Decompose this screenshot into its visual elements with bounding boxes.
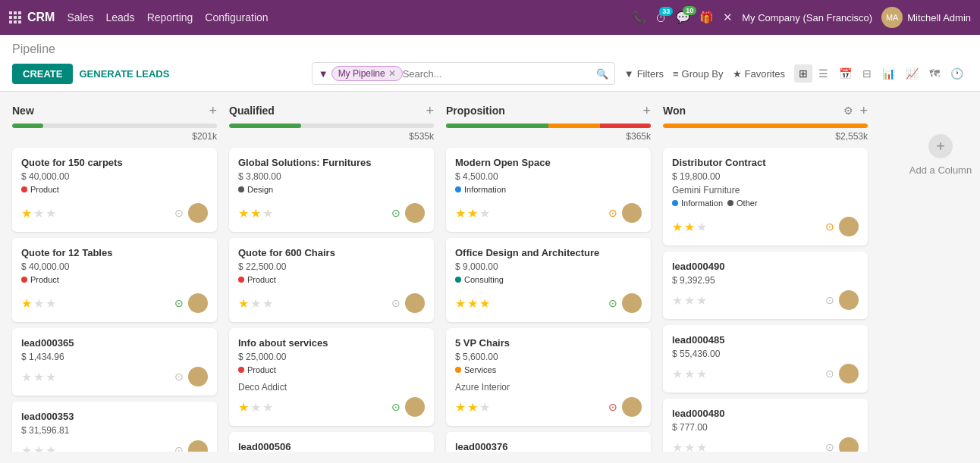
card-stars[interactable]: ★★★ bbox=[21, 206, 56, 221]
card-clock-icon[interactable]: ⊙ bbox=[825, 294, 834, 306]
search-input[interactable] bbox=[403, 68, 596, 80]
star[interactable]: ★ bbox=[21, 206, 32, 221]
map-view-icon[interactable]: 🗺 bbox=[925, 64, 944, 83]
filters-button[interactable]: ▼ Filters bbox=[624, 68, 664, 80]
menu-sales[interactable]: Sales bbox=[67, 11, 93, 23]
kanban-card[interactable]: lead000480$ 777.00★★★⊙ bbox=[663, 399, 868, 452]
menu-configuration[interactable]: Configuration bbox=[205, 11, 268, 23]
clock-icon[interactable]: ⏱ 33 bbox=[655, 11, 667, 24]
filter-tag-my-pipeline[interactable]: My Pipeline ✕ bbox=[331, 66, 403, 81]
star[interactable]: ★ bbox=[46, 206, 56, 221]
star[interactable]: ★ bbox=[250, 400, 261, 415]
column-settings-won[interactable]: ⚙ bbox=[843, 105, 853, 117]
chart-view-icon[interactable]: 📊 bbox=[878, 64, 900, 83]
star[interactable]: ★ bbox=[262, 296, 273, 311]
card-clock-icon[interactable]: ⊙ bbox=[825, 368, 834, 380]
kanban-card[interactable]: 5 VP Chairs$ 5,600.00ServicesAzure Inter… bbox=[446, 328, 651, 426]
kanban-card[interactable]: lead000485$ 55,436.00★★★⊙ bbox=[663, 325, 868, 393]
card-stars[interactable]: ★★★ bbox=[238, 400, 273, 415]
star[interactable]: ★ bbox=[46, 296, 56, 311]
phone-icon[interactable]: 📞 bbox=[632, 11, 646, 24]
kanban-card[interactable]: lead000376$ 29,301.20★★★⊙ bbox=[446, 432, 651, 452]
kanban-card[interactable]: Quote for 600 Chairs$ 22,500.00Product★★… bbox=[229, 238, 434, 322]
card-clock-icon[interactable]: ⊙ bbox=[608, 401, 617, 413]
star[interactable]: ★ bbox=[33, 370, 44, 384]
card-stars[interactable]: ★★★ bbox=[238, 296, 273, 311]
user-menu[interactable]: MA Mitchell Admin bbox=[881, 7, 971, 28]
kanban-card[interactable]: Quote for 150 carpets$ 40,000.00Product★… bbox=[12, 148, 217, 232]
card-stars[interactable]: ★★★ bbox=[672, 220, 707, 234]
star[interactable]: ★ bbox=[684, 293, 695, 308]
star[interactable]: ★ bbox=[479, 400, 490, 415]
card-clock-icon[interactable]: ⊙ bbox=[174, 207, 184, 219]
card-clock-icon[interactable]: ⊙ bbox=[391, 207, 400, 219]
app-name[interactable]: CRM bbox=[27, 11, 55, 24]
star[interactable]: ★ bbox=[696, 440, 707, 452]
star[interactable]: ★ bbox=[672, 220, 683, 234]
search-icon[interactable]: 🔍 bbox=[596, 68, 608, 80]
chat-icon[interactable]: 💬 10 bbox=[676, 11, 690, 24]
app-grid-icon[interactable] bbox=[9, 11, 21, 23]
star[interactable]: ★ bbox=[33, 206, 44, 221]
card-clock-icon[interactable]: ⊙ bbox=[608, 207, 617, 219]
star[interactable]: ★ bbox=[672, 293, 683, 308]
star[interactable]: ★ bbox=[46, 443, 56, 452]
filter-tag-remove[interactable]: ✕ bbox=[388, 68, 396, 79]
card-stars[interactable]: ★★★ bbox=[21, 370, 56, 384]
card-clock-icon[interactable]: ⊙ bbox=[174, 444, 184, 452]
kanban-card[interactable]: Info about services$ 25,000.00ProductDec… bbox=[229, 328, 434, 426]
star[interactable]: ★ bbox=[467, 400, 478, 415]
calendar-view-icon[interactable]: 📅 bbox=[834, 64, 856, 83]
star[interactable]: ★ bbox=[455, 400, 466, 415]
menu-leads[interactable]: Leads bbox=[105, 11, 134, 23]
star[interactable]: ★ bbox=[479, 296, 490, 311]
kanban-view-icon[interactable]: ⊞ bbox=[794, 64, 812, 83]
kanban-card[interactable]: lead000506$ 824.40★★★⊙ bbox=[229, 432, 434, 452]
star[interactable]: ★ bbox=[21, 296, 32, 311]
star[interactable]: ★ bbox=[262, 400, 273, 415]
star[interactable]: ★ bbox=[696, 367, 707, 381]
star[interactable]: ★ bbox=[21, 443, 32, 452]
star[interactable]: ★ bbox=[250, 296, 261, 311]
card-clock-icon[interactable]: ⊙ bbox=[174, 297, 184, 309]
card-stars[interactable]: ★★★ bbox=[455, 400, 490, 415]
table-view-icon[interactable]: ⊟ bbox=[858, 64, 876, 83]
company-name[interactable]: My Company (San Francisco) bbox=[742, 12, 872, 23]
card-stars[interactable]: ★★★ bbox=[455, 296, 490, 311]
kanban-card[interactable]: Office Design and Architecture$ 9,000.00… bbox=[446, 238, 651, 322]
star[interactable]: ★ bbox=[684, 220, 695, 234]
card-stars[interactable]: ★★★ bbox=[672, 440, 707, 452]
card-clock-icon[interactable]: ⊙ bbox=[825, 221, 834, 233]
card-clock-icon[interactable]: ⊙ bbox=[825, 441, 834, 452]
group-by-button[interactable]: ≡ Group By bbox=[673, 68, 724, 80]
card-clock-icon[interactable]: ⊙ bbox=[391, 401, 400, 413]
kanban-card[interactable]: Global Solutions: Furnitures$ 3,800.00De… bbox=[229, 148, 434, 232]
star[interactable]: ★ bbox=[684, 367, 695, 381]
favorites-button[interactable]: ★ Favorites bbox=[733, 68, 785, 80]
kanban-card[interactable]: Modern Open Space$ 4,500.00Information★★… bbox=[446, 148, 651, 232]
gift-icon[interactable]: 🎁 bbox=[699, 11, 714, 24]
kanban-card[interactable]: lead000490$ 9,392.95★★★⊙ bbox=[663, 252, 868, 319]
star[interactable]: ★ bbox=[21, 370, 32, 384]
close-icon[interactable]: ✕ bbox=[723, 11, 733, 24]
card-stars[interactable]: ★★★ bbox=[672, 367, 707, 381]
card-stars[interactable]: ★★★ bbox=[21, 296, 56, 311]
bar-chart-icon[interactable]: 📈 bbox=[901, 64, 923, 83]
star[interactable]: ★ bbox=[455, 206, 466, 221]
column-add-qualified[interactable]: + bbox=[426, 104, 434, 117]
star[interactable]: ★ bbox=[672, 440, 683, 452]
star[interactable]: ★ bbox=[238, 400, 249, 415]
star[interactable]: ★ bbox=[33, 296, 44, 311]
create-button[interactable]: CREATE bbox=[12, 64, 73, 84]
star[interactable]: ★ bbox=[46, 370, 56, 384]
star[interactable]: ★ bbox=[33, 443, 44, 452]
kanban-card[interactable]: Distributor Contract$ 19,800.00Gemini Fu… bbox=[663, 148, 868, 246]
star[interactable]: ★ bbox=[672, 367, 683, 381]
star[interactable]: ★ bbox=[250, 206, 261, 221]
column-add-won[interactable]: + bbox=[859, 104, 868, 117]
card-stars[interactable]: ★★★ bbox=[455, 206, 490, 221]
add-column-button[interactable]: + bbox=[928, 134, 953, 158]
star[interactable]: ★ bbox=[455, 296, 466, 311]
star[interactable]: ★ bbox=[467, 296, 478, 311]
generate-leads-button[interactable]: GENERATE LEADS bbox=[79, 68, 169, 80]
